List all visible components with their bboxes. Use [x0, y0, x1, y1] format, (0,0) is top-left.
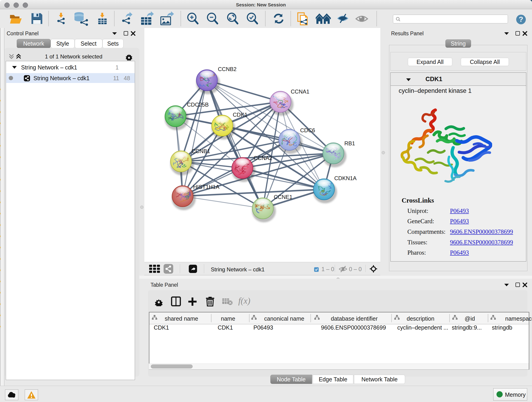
svg-text:CCNB2: CCNB2	[218, 66, 236, 72]
svg-text:CCNB1: CCNB1	[191, 148, 210, 154]
svg-text:CCNE1: CCNE1	[274, 194, 292, 200]
svg-text:CDKN1A: CDKN1A	[334, 175, 356, 181]
svg-text:HIST1H1A: HIST1H1A	[193, 184, 220, 190]
svg-text:CCNA1: CCNA1	[291, 89, 309, 95]
svg-text:CCNA2: CCNA2	[254, 155, 272, 161]
svg-text:CDK1: CDK1	[233, 112, 247, 118]
svg-text:CDC25B: CDC25B	[187, 102, 209, 108]
svg-text:CDC6: CDC6	[300, 127, 315, 133]
svg-text:RB1: RB1	[344, 140, 355, 147]
